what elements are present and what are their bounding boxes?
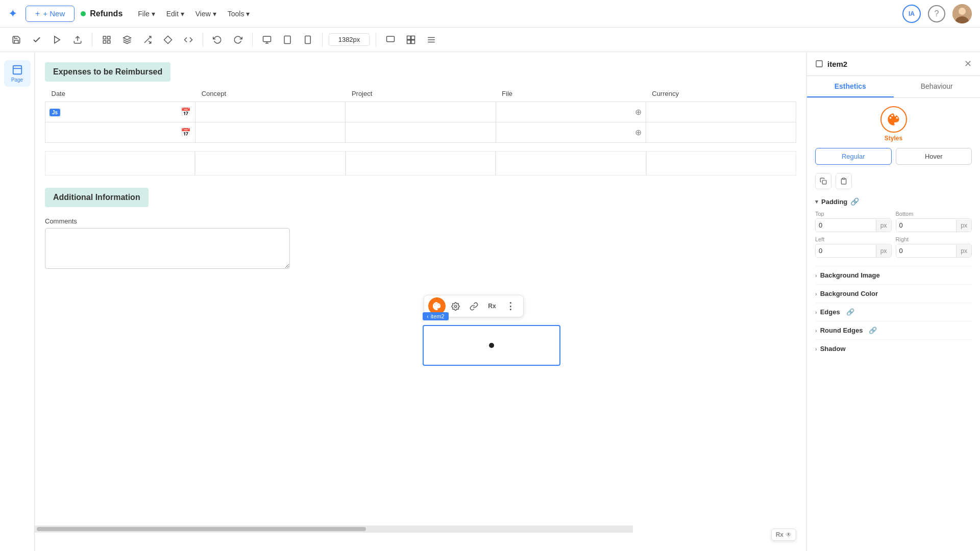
rx-badge: Rx 👁 — [771, 529, 796, 541]
sidebar-item-page[interactable]: Page — [4, 60, 31, 87]
padding-top-label: Top — [815, 211, 892, 217]
components-button[interactable] — [99, 32, 115, 48]
additional-section: Additional Information Comments — [45, 188, 796, 271]
play-button[interactable] — [49, 32, 65, 48]
padding-right-input[interactable] — [896, 244, 957, 257]
padding-top-field: Top px — [815, 211, 892, 232]
float-settings-button[interactable] — [447, 297, 464, 315]
copy-button-2[interactable] — [836, 173, 852, 189]
styles-circle-icon — [887, 112, 901, 127]
svg-rect-21 — [411, 36, 415, 39]
tab-behaviour[interactable]: Behaviour — [894, 76, 981, 97]
project-cell-1[interactable] — [346, 102, 496, 122]
selected-item[interactable] — [423, 325, 560, 366]
float-link-button[interactable] — [465, 297, 482, 315]
padding-left-input[interactable] — [816, 244, 876, 257]
responsive-1-button[interactable] — [382, 32, 399, 48]
page-name: Refunds — [90, 9, 122, 18]
currency-cell-2[interactable] — [646, 122, 796, 143]
svg-rect-30 — [816, 61, 822, 67]
canvas-area[interactable]: Expenses to be Reimbursed Date Concept P… — [35, 52, 806, 551]
state-regular-button[interactable]: Regular — [815, 148, 892, 165]
background-image-row[interactable]: › Background Image — [815, 266, 972, 284]
background-color-row[interactable]: › Background Color — [815, 284, 972, 303]
additional-section-header: Additional Information — [45, 188, 149, 207]
comments-textarea[interactable] — [45, 228, 290, 269]
page-title-area: Refunds — [81, 9, 122, 18]
col-file: File — [496, 86, 646, 102]
check-button[interactable] — [29, 32, 45, 48]
horizontal-scrollbar[interactable] — [35, 525, 633, 533]
expenses-section: Expenses to be Reimbursed Date Concept P… — [45, 62, 796, 143]
date-cell-1: Js 📅 — [45, 102, 195, 122]
data-button[interactable] — [139, 32, 156, 48]
svg-rect-12 — [263, 36, 271, 42]
right-sidebar-tabs: Esthetics Behaviour — [807, 76, 980, 98]
menu-edit[interactable]: Edit ▾ — [161, 8, 189, 20]
canvas-width-input[interactable] — [329, 33, 370, 46]
padding-left-unit: px — [876, 245, 891, 257]
right-sidebar-content: Styles Regular Hover ▾ — [807, 98, 980, 551]
responsive-2-button[interactable] — [403, 32, 419, 48]
menu-view[interactable]: View ▾ — [190, 8, 222, 20]
padding-section-title[interactable]: ▾ Padding 🔗 — [815, 197, 972, 206]
svg-marker-9 — [124, 36, 131, 40]
help-button[interactable]: ? — [928, 5, 945, 22]
menu-tools[interactable]: Tools ▾ — [223, 8, 255, 20]
export-button[interactable] — [69, 32, 86, 48]
state-hover-button[interactable]: Hover — [896, 148, 972, 165]
sidebar-page-label: Page — [11, 77, 23, 83]
menu-file[interactable]: File ▾ — [133, 8, 160, 20]
padding-top-input[interactable] — [816, 219, 876, 232]
project-cell-2[interactable] — [346, 122, 496, 143]
circle-plus-icon-1: ⊕ — [635, 107, 642, 117]
tablet-button[interactable] — [279, 32, 296, 48]
divider-4 — [322, 33, 323, 47]
concept-cell-1[interactable] — [195, 102, 346, 122]
file-cell-2: ⊕ — [496, 122, 646, 143]
padding-left-field: Left px — [815, 236, 892, 258]
redo-button[interactable] — [230, 32, 246, 48]
tab-esthetics[interactable]: Esthetics — [807, 76, 894, 97]
mobile-button[interactable] — [300, 32, 316, 48]
svg-rect-7 — [108, 40, 110, 43]
right-sidebar-close-button[interactable]: ✕ — [964, 58, 972, 69]
layers-button[interactable] — [119, 32, 135, 48]
toolbar — [0, 28, 980, 52]
shadow-chevron: › — [815, 346, 817, 352]
float-more-button[interactable]: ⋮ — [502, 297, 519, 315]
ia-badge: IA — [902, 5, 921, 23]
padding-left-label: Left — [815, 236, 892, 242]
currency-cell-1[interactable] — [646, 102, 796, 122]
padding-grid: Top px Bottom px Left — [815, 211, 972, 258]
expenses-table: Date Concept Project File Currency Js 📅 — [45, 86, 796, 143]
code-button[interactable] — [180, 32, 197, 48]
circle-plus-icon-2: ⊕ — [635, 128, 642, 137]
edges-row[interactable]: › Edges 🔗 — [815, 303, 972, 321]
round-edges-row[interactable]: › Round Edges 🔗 — [815, 321, 972, 339]
save-button[interactable] — [8, 32, 24, 48]
styles-circle-button[interactable] — [880, 106, 907, 133]
edges-label: Edges — [820, 308, 840, 316]
padding-bottom-input-wrap: px — [896, 218, 972, 232]
responsive-3-button[interactable] — [423, 32, 439, 48]
padding-bottom-input[interactable] — [896, 219, 957, 232]
copy-button-1[interactable] — [815, 173, 831, 189]
concept-cell-2[interactable] — [195, 122, 346, 143]
status-dot — [81, 11, 86, 16]
float-rx-button[interactable]: Rx — [483, 297, 501, 315]
shadow-row[interactable]: › Shadow — [815, 339, 972, 358]
padding-right-field: Right px — [896, 236, 972, 258]
app-logo: ✦ — [8, 7, 17, 20]
right-sidebar-title: item2 — [827, 60, 847, 68]
padding-left-input-wrap: px — [815, 244, 892, 258]
comments-label: Comments — [45, 217, 796, 225]
undo-button[interactable] — [209, 32, 226, 48]
new-button[interactable]: + + New — [26, 6, 75, 22]
logic-button[interactable] — [160, 32, 176, 48]
item-label-name: item2 — [431, 313, 445, 319]
divider-1 — [92, 33, 92, 47]
item-label[interactable]: ‹ item2 — [423, 312, 449, 320]
padding-top-input-wrap: px — [815, 218, 892, 232]
desktop-button[interactable] — [259, 32, 275, 48]
